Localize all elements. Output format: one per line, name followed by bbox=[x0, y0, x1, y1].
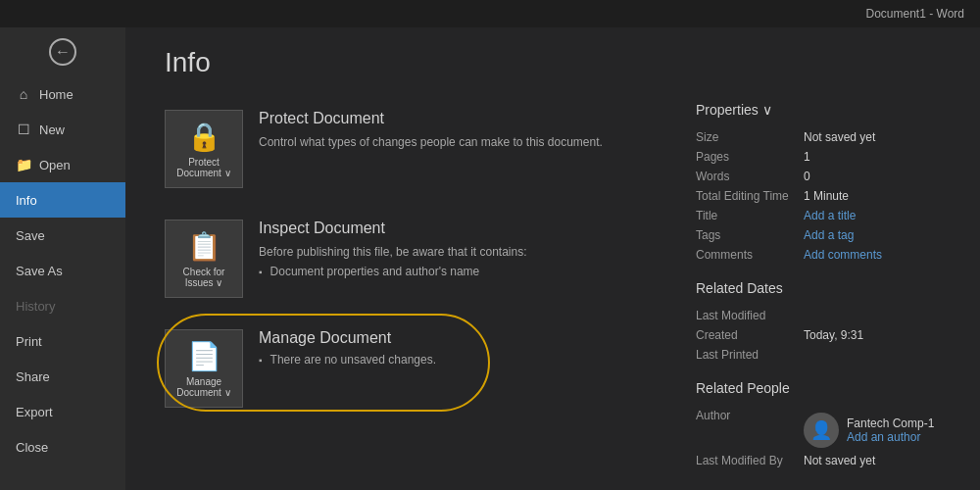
author-name: Fantech Comp-1 bbox=[847, 416, 934, 430]
protect-document-button[interactable]: 🔒 ProtectDocument ∨ bbox=[165, 110, 243, 188]
new-icon: ☐ bbox=[16, 122, 31, 137]
people-row-author: Author 👤 Fantech Comp-1 Add an author bbox=[696, 406, 951, 451]
manage-document-text: Manage Document ▪ There are no unsaved c… bbox=[259, 329, 666, 367]
prop-value-title[interactable]: Add a title bbox=[804, 209, 856, 222]
related-people-table: Author 👤 Fantech Comp-1 Add an author bbox=[696, 406, 951, 470]
sidebar-label-open: Open bbox=[39, 158, 71, 172]
date-label-last-modified: Last Modified bbox=[696, 306, 804, 325]
related-people-section: Related People Author 👤 Fantech bbox=[696, 380, 951, 470]
inspect-icon: 📋 bbox=[187, 230, 221, 263]
properties-table: Size Not saved yet Pages 1 Words 0 Total… bbox=[696, 127, 951, 265]
sidebar-label-history: History bbox=[16, 299, 55, 314]
sidebar: ← ⌂ Home ☐ New 📁 Open Info Save Save As … bbox=[0, 27, 125, 490]
properties-panel: Properties ∨ Size Not saved yet Pages 1 … bbox=[696, 102, 951, 490]
protect-icon-label: ProtectDocument ∨ bbox=[176, 157, 230, 178]
inspect-sub-text: Document properties and author's name bbox=[270, 265, 480, 278]
date-label-last-printed: Last Printed bbox=[696, 345, 804, 365]
document-actions: 🔒 ProtectDocument ∨ Protect Document Con… bbox=[165, 102, 666, 490]
sidebar-item-info[interactable]: Info bbox=[0, 182, 125, 218]
content-area: Info 🔒 ProtectDocument ∨ Protect Documen… bbox=[125, 27, 980, 490]
prop-value-editing-time: 1 Minute bbox=[804, 186, 951, 206]
sidebar-label-close: Close bbox=[16, 440, 48, 455]
people-value-author: 👤 Fantech Comp-1 Add an author bbox=[804, 406, 951, 451]
related-dates-title: Related Dates bbox=[696, 280, 951, 296]
sidebar-item-save-as[interactable]: Save As bbox=[0, 253, 125, 288]
date-value-created: Today, 9:31 bbox=[804, 325, 951, 345]
manage-sub-item: ▪ There are no unsaved changes. bbox=[259, 353, 666, 367]
sidebar-item-share[interactable]: Share bbox=[0, 359, 125, 394]
prop-value-size: Not saved yet bbox=[804, 127, 951, 147]
date-value-last-printed bbox=[804, 345, 951, 365]
back-button[interactable]: ← bbox=[0, 27, 125, 76]
prop-label-pages: Pages bbox=[696, 147, 804, 167]
sidebar-label-print: Print bbox=[16, 334, 42, 349]
protect-document-row: 🔒 ProtectDocument ∨ Protect Document Con… bbox=[165, 102, 666, 196]
sidebar-item-home[interactable]: ⌂ Home bbox=[0, 76, 125, 112]
content-body: 🔒 ProtectDocument ∨ Protect Document Con… bbox=[165, 102, 951, 490]
date-row-last-printed: Last Printed bbox=[696, 345, 951, 365]
protect-document-text: Protect Document Control what types of c… bbox=[259, 110, 666, 151]
sidebar-item-export[interactable]: Export bbox=[0, 394, 125, 429]
inspect-sub-item: ▪ Document properties and author's name bbox=[259, 265, 666, 278]
prop-label-comments: Comments bbox=[696, 245, 804, 265]
sidebar-label-export: Export bbox=[16, 405, 53, 419]
author-avatar-row: 👤 Fantech Comp-1 Add an author bbox=[804, 413, 951, 448]
prop-value-comments[interactable]: Add comments bbox=[804, 248, 882, 262]
author-avatar: 👤 bbox=[804, 413, 839, 448]
related-dates-section: Related Dates Last Modified Created Toda… bbox=[696, 280, 951, 365]
sidebar-item-history: History bbox=[0, 288, 125, 323]
bullet-icon: ▪ bbox=[259, 267, 263, 277]
sidebar-item-new[interactable]: ☐ New bbox=[0, 112, 125, 147]
sidebar-label-save: Save bbox=[16, 228, 45, 243]
sidebar-item-print[interactable]: Print bbox=[0, 323, 125, 359]
sidebar-label-new: New bbox=[39, 122, 65, 137]
page-title: Info bbox=[165, 47, 951, 78]
manage-icon-label: ManageDocument ∨ bbox=[176, 376, 230, 398]
inspect-document-row: 📋 Check forIssues ∨ Inspect Document Bef… bbox=[165, 212, 666, 306]
prop-value-words: 0 bbox=[804, 167, 951, 186]
protect-document-title: Protect Document bbox=[259, 110, 666, 127]
people-label-last-modified-by: Last Modified By bbox=[696, 451, 804, 470]
avatar-icon: 👤 bbox=[810, 419, 832, 441]
sidebar-item-close[interactable]: Close bbox=[0, 429, 125, 465]
related-people-title: Related People bbox=[696, 380, 951, 396]
sidebar-item-open[interactable]: 📁 Open bbox=[0, 147, 125, 182]
inspect-document-button[interactable]: 📋 Check forIssues ∨ bbox=[165, 220, 243, 298]
title-bar-text: Document1 - Word bbox=[866, 7, 964, 21]
people-value-last-modified-by: Not saved yet bbox=[804, 451, 951, 470]
prop-row-size: Size Not saved yet bbox=[696, 127, 951, 147]
title-bar: Document1 - Word bbox=[0, 0, 980, 27]
sidebar-label-home: Home bbox=[39, 87, 74, 102]
people-label-author: Author bbox=[696, 406, 804, 451]
manage-icon: 📄 bbox=[187, 340, 221, 372]
date-row-created: Created Today, 9:31 bbox=[696, 325, 951, 345]
prop-value-pages: 1 bbox=[804, 147, 951, 167]
sidebar-item-save[interactable]: Save bbox=[0, 218, 125, 253]
author-info: Fantech Comp-1 Add an author bbox=[847, 416, 934, 444]
protect-document-desc: Control what types of changes people can… bbox=[259, 133, 666, 151]
sidebar-label-info: Info bbox=[16, 193, 37, 208]
prop-row-editing-time: Total Editing Time 1 Minute bbox=[696, 186, 951, 206]
related-dates-table: Last Modified Created Today, 9:31 Last P… bbox=[696, 306, 951, 365]
inspect-document-title: Inspect Document bbox=[259, 220, 666, 237]
prop-label-words: Words bbox=[696, 167, 804, 186]
add-author-link[interactable]: Add an author bbox=[847, 430, 934, 444]
inspect-icon-label: Check forIssues ∨ bbox=[183, 267, 225, 288]
manage-bullet-icon: ▪ bbox=[259, 355, 263, 366]
back-circle-icon: ← bbox=[49, 38, 76, 66]
date-row-last-modified: Last Modified bbox=[696, 306, 951, 325]
main-layout: ← ⌂ Home ☐ New 📁 Open Info Save Save As … bbox=[0, 27, 980, 490]
sidebar-label-save-as: Save As bbox=[16, 264, 63, 278]
manage-sub-text: There are no unsaved changes. bbox=[270, 353, 436, 367]
prop-value-tags[interactable]: Add a tag bbox=[804, 228, 854, 242]
sidebar-label-share: Share bbox=[16, 369, 50, 384]
properties-section-title: Properties ∨ bbox=[696, 102, 951, 118]
manage-document-title: Manage Document bbox=[259, 329, 666, 347]
date-label-created: Created bbox=[696, 325, 804, 345]
prop-row-title: Title Add a title bbox=[696, 206, 951, 225]
inspect-document-text: Inspect Document Before publishing this … bbox=[259, 220, 666, 278]
prop-row-comments: Comments Add comments bbox=[696, 245, 951, 265]
prop-label-editing-time: Total Editing Time bbox=[696, 186, 804, 206]
manage-document-button[interactable]: 📄 ManageDocument ∨ bbox=[165, 329, 243, 408]
prop-row-tags: Tags Add a tag bbox=[696, 225, 951, 245]
